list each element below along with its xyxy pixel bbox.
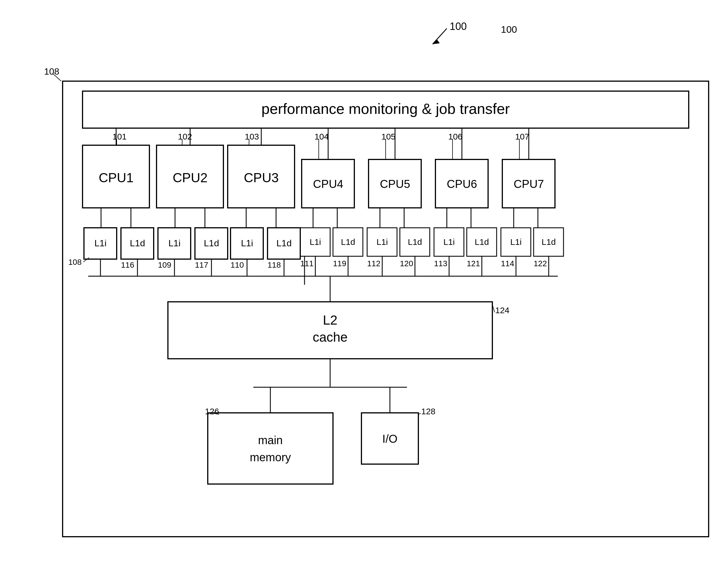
ref-124: 124 <box>495 306 509 315</box>
ref-111: 111 <box>300 259 314 268</box>
cpu3-label: CPU3 <box>244 170 279 185</box>
l1i-cpu5: L1i <box>376 237 388 247</box>
ref-106: 106 <box>448 132 462 141</box>
ref-108-label: 108 <box>44 66 59 77</box>
ref-103: 103 <box>245 132 259 141</box>
l1d-cpu7: L1d <box>542 237 556 247</box>
l1d-cpu6: L1d <box>475 237 489 247</box>
l1d-cpu3: L1d <box>276 238 292 248</box>
ref-119: 119 <box>333 259 346 268</box>
l2-label: L2 <box>323 313 337 327</box>
ref-101: 101 <box>113 132 127 141</box>
ref-100-label: 100 <box>501 24 517 35</box>
ref-113: 113 <box>434 259 447 268</box>
cpu1-label: CPU1 <box>99 170 134 185</box>
main-memory-label: main <box>258 434 283 447</box>
ref-117: 117 <box>195 261 208 269</box>
l1d-cpu5: L1d <box>408 237 422 247</box>
ref-100: 100 <box>450 21 467 32</box>
l1i-cpu7: L1i <box>510 237 522 247</box>
io-label: I/O <box>382 432 397 445</box>
main-memory-label2: memory <box>250 451 291 464</box>
l1d-cpu1: L1d <box>130 238 145 248</box>
ref-105: 105 <box>382 132 396 141</box>
ref-126: 126 <box>205 407 219 416</box>
l1i-cpu4: L1i <box>310 237 321 247</box>
l1i-cpu1: L1i <box>94 238 107 248</box>
ref-109: 109 <box>158 261 171 269</box>
ref-116: 116 <box>121 261 134 269</box>
cpu7-label: CPU7 <box>514 178 544 190</box>
ref-104: 104 <box>314 132 329 141</box>
ref-108b: 108 <box>68 258 82 266</box>
ref-128: 128 <box>421 407 435 416</box>
ref-110: 110 <box>231 261 244 269</box>
cpu4-label: CPU4 <box>313 178 343 190</box>
cpu2-label: CPU2 <box>173 170 208 185</box>
cpu6-label: CPU6 <box>447 178 477 190</box>
architecture-diagram: 100 108 performance monitoring & job tra… <box>0 0 728 576</box>
ref-112: 112 <box>367 259 381 268</box>
l1i-cpu3: L1i <box>241 238 253 248</box>
l1d-cpu2: L1d <box>204 238 219 248</box>
perf-monitor-label: performance monitoring & job transfer <box>262 100 510 117</box>
l2-cache-label: cache <box>313 330 348 345</box>
ref-118: 118 <box>268 261 281 269</box>
ref-120: 120 <box>400 259 413 268</box>
ref-107: 107 <box>515 132 529 141</box>
svg-rect-71 <box>208 413 333 484</box>
ref-121: 121 <box>467 259 480 268</box>
ref-114: 114 <box>501 259 514 268</box>
ref-122: 122 <box>534 259 547 268</box>
cpu5-label: CPU5 <box>380 178 411 190</box>
l1i-cpu2: L1i <box>169 238 181 248</box>
l1d-cpu4: L1d <box>341 237 355 247</box>
l1i-cpu6: L1i <box>444 237 455 247</box>
diagram-container: 100 108 performance monitoring & job tra… <box>0 0 728 576</box>
